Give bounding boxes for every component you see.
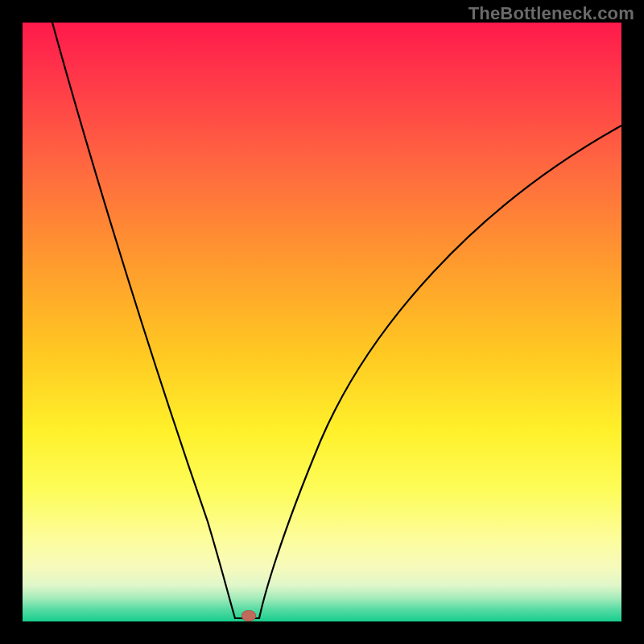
- bottleneck-curve: [52, 23, 621, 618]
- chart-frame: TheBottleneck.com: [0, 0, 644, 644]
- curve-layer: [23, 23, 621, 621]
- watermark-text: TheBottleneck.com: [469, 3, 634, 24]
- plot-area: [23, 23, 621, 621]
- optimal-point-marker: [242, 610, 256, 621]
